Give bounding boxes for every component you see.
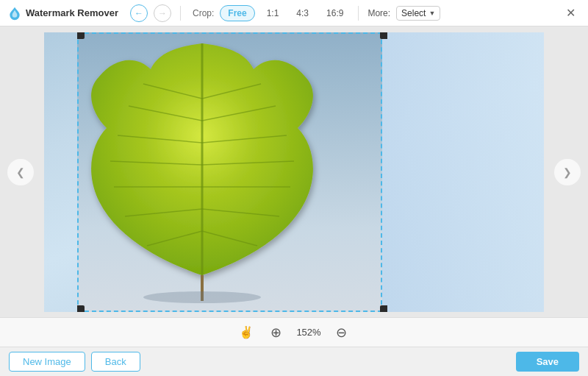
zoom-out-icon: ⊖ (336, 324, 347, 341)
redo-icon: → (158, 8, 167, 18)
bottom-toolbar: ✌ ⊕ 152% ⊖ (0, 317, 588, 347)
main-toolbar: Watermark Remover ← → Crop: Free 1:1 4:3… (0, 0, 588, 26)
crop-corner-br[interactable] (380, 305, 387, 312)
undo-icon: ← (135, 8, 143, 18)
crop-16-9-button[interactable]: 16:9 (320, 6, 349, 21)
crop-4-3-button[interactable]: 4:3 (290, 6, 315, 21)
app-logo: Watermark Remover (7, 6, 118, 21)
app-title: Watermark Remover (26, 7, 118, 18)
more-label: More: (368, 8, 390, 18)
hand-icon: ✌ (239, 325, 254, 339)
canvas-area: ❮ (0, 26, 588, 317)
divider-1 (180, 6, 181, 21)
redo-button[interactable]: → (154, 4, 171, 22)
crop-corner-tr[interactable] (380, 32, 387, 39)
new-image-button[interactable]: New Image (9, 352, 85, 372)
footer: New Image Back Save (0, 347, 588, 376)
crop-label: Crop: (193, 8, 214, 18)
close-button[interactable]: ✕ (560, 3, 581, 24)
canvas-nav-right-button[interactable]: ❯ (554, 159, 581, 185)
close-icon: ✕ (566, 6, 576, 20)
app-logo-icon (7, 6, 22, 21)
left-arrow-icon: ❮ (16, 166, 25, 178)
select-label: Select (401, 8, 426, 18)
back-button[interactable]: Back (91, 352, 140, 372)
zoom-level: 152% (296, 327, 320, 338)
canvas-nav-left-button[interactable]: ❮ (7, 159, 34, 185)
crop-corner-tl[interactable] (77, 32, 85, 39)
right-outside-area (382, 32, 544, 312)
crop-corner-bl[interactable] (77, 305, 85, 312)
crop-free-button[interactable]: Free (220, 5, 254, 21)
hand-tool-button[interactable]: ✌ (237, 324, 255, 341)
save-button[interactable]: Save (516, 352, 579, 372)
right-arrow-icon: ❯ (563, 166, 572, 178)
zoom-in-button[interactable]: ⊕ (267, 324, 284, 341)
leaf-area (77, 32, 382, 312)
leaf-image (77, 40, 342, 305)
zoom-out-button[interactable]: ⊖ (333, 324, 351, 341)
image-container (44, 32, 544, 312)
divider-2 (358, 6, 359, 21)
undo-button[interactable]: ← (130, 4, 148, 22)
crop-1-1-button[interactable]: 1:1 (261, 6, 285, 21)
svg-point-0 (143, 291, 261, 303)
select-dropdown[interactable]: Select ▼ (396, 6, 440, 21)
dropdown-arrow-icon: ▼ (429, 10, 435, 17)
zoom-in-icon: ⊕ (270, 324, 282, 341)
